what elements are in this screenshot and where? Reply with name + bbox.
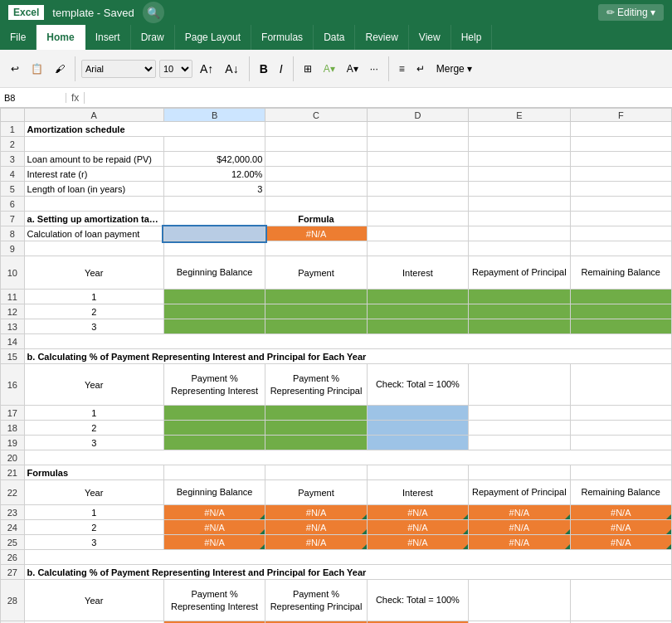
cell-c11[interactable] [265,290,367,304]
cell-d7[interactable] [367,212,468,226]
cell-e12[interactable] [469,304,570,319]
cell-a4[interactable]: Interest rate (r) [24,167,163,182]
cell-d12[interactable] [367,304,468,319]
cell-e25[interactable]: #N/A [469,535,570,550]
format-painter-button[interactable]: 🖌 [51,61,69,77]
cell-c19[interactable] [265,436,367,450]
cell-a3[interactable]: Loan amount to be repaid (PV) [24,152,163,167]
cell-d2[interactable] [367,137,468,152]
cell-c8[interactable]: #N/A [265,226,367,241]
cell-b7[interactable] [163,212,265,226]
cell-e5[interactable] [469,182,570,197]
cell-b22[interactable]: Beginning Balance [163,480,265,505]
cell-d11[interactable] [367,290,468,304]
cell-f21[interactable] [570,465,671,480]
cell-c3[interactable] [265,152,367,167]
tab-review[interactable]: Review [355,25,408,50]
cell-e16[interactable] [469,364,570,406]
cell-a27[interactable]: b. Calculating % of Payment Representing… [24,565,671,580]
font-name-select[interactable]: Arial [81,60,156,78]
cell-c4[interactable] [265,167,367,182]
cell-f8[interactable] [570,226,671,241]
cell-b6[interactable] [163,197,265,212]
cell-c17[interactable] [265,406,367,421]
cell-f9[interactable] [570,241,671,256]
cell-f5[interactable] [570,182,671,197]
cell-e11[interactable] [469,290,570,304]
cell-f23[interactable]: #N/A [570,505,671,520]
cell-b4[interactable]: 12.00% [163,167,265,182]
cell-e17[interactable] [469,406,570,421]
tab-view[interactable]: View [409,25,451,50]
cell-a11[interactable]: 1 [24,290,163,304]
cell-d28[interactable]: Check: Total = 100% [367,580,468,621]
editing-button[interactable]: ✏ Editing ▾ [598,4,664,21]
cell-f13[interactable] [570,319,671,334]
cell-a10[interactable]: Year [24,256,163,290]
cell-c2[interactable] [265,137,367,152]
cell-b18[interactable] [163,421,265,436]
col-header-b[interactable]: B [163,109,265,122]
cell-f17[interactable] [570,406,671,421]
cell-a1[interactable]: Amortization schedule [24,122,265,137]
cell-a5[interactable]: Length of loan (in years) [24,182,163,197]
fill-color-button[interactable]: A▾ [319,61,339,77]
cell-d1[interactable] [367,122,468,137]
undo-button[interactable]: ↩ [7,61,23,77]
borders-button[interactable]: ⊞ [299,61,316,77]
col-header-c[interactable]: C [265,109,367,122]
cell-a21[interactable]: Formulas [24,465,163,480]
cell-e19[interactable] [469,436,570,450]
cell-d3[interactable] [367,152,468,167]
font-size-increase-button[interactable]: A↑ [196,60,217,78]
cell-e2[interactable] [469,137,570,152]
cell-a16[interactable]: Year [24,364,163,406]
cell-b19[interactable] [163,436,265,450]
col-header-f[interactable]: F [570,109,671,122]
cell-d24[interactable]: #N/A [367,520,468,535]
cell-e3[interactable] [469,152,570,167]
cell-f3[interactable] [570,152,671,167]
cell-b5[interactable]: 3 [163,182,265,197]
cell-e23[interactable]: #N/A [469,505,570,520]
font-color-button[interactable]: A▾ [343,61,363,77]
merge-button[interactable]: Merge ▾ [432,61,476,77]
cell-c12[interactable] [265,304,367,319]
cell-f18[interactable] [570,421,671,436]
cell-b8[interactable] [163,226,265,241]
search-icon[interactable]: 🔍 [143,2,164,23]
cell-f11[interactable] [570,290,671,304]
cell-e28[interactable] [469,580,570,621]
cell-e1[interactable] [469,122,570,137]
cell-b23[interactable]: #N/A [163,505,265,520]
cell-a25[interactable]: 3 [24,535,163,550]
cell-c22[interactable]: Payment [265,480,367,505]
cell-a13[interactable]: 3 [24,319,163,334]
cell-c18[interactable] [265,421,367,436]
cell-f10[interactable]: Remaining Balance [570,256,671,290]
cell-d9[interactable] [367,241,468,256]
cell-f19[interactable] [570,436,671,450]
cell-b10[interactable]: Beginning Balance [163,256,265,290]
cell-a2[interactable] [24,137,163,152]
col-header-e[interactable]: E [469,109,570,122]
cell-e4[interactable] [469,167,570,182]
cell-reference-box[interactable]: B8 [0,93,66,103]
tab-home[interactable]: Home [37,25,85,50]
cell-a12[interactable]: 2 [24,304,163,319]
cell-c16[interactable]: Payment % Representing Principal [265,364,367,406]
cell-f1[interactable] [570,122,671,137]
cell-c24[interactable]: #N/A [265,520,367,535]
cell-d10[interactable]: Interest [367,256,468,290]
cell-b3[interactable]: $42,000.00 [163,152,265,167]
cell-a15[interactable]: b. Calculating % of Payment Representing… [24,349,671,364]
cell-b13[interactable] [163,319,265,334]
cell-e18[interactable] [469,421,570,436]
italic-button[interactable]: I [275,60,287,78]
cell-d19[interactable] [367,436,468,450]
cell-d5[interactable] [367,182,468,197]
cell-c7[interactable]: Formula [265,212,367,226]
cell-c9[interactable] [265,241,367,256]
cell-b25[interactable]: #N/A [163,535,265,550]
cell-b9[interactable] [163,241,265,256]
